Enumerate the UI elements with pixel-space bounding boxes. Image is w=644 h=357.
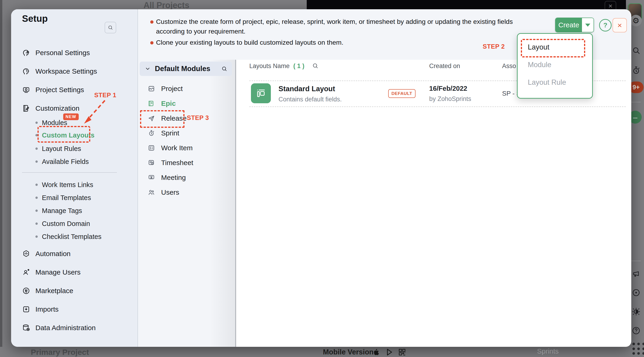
step3-dashed-box — [140, 110, 184, 128]
sidebar-item-label: Imports — [36, 305, 58, 313]
search-icon — [108, 25, 113, 30]
help-button[interactable]: ? — [599, 19, 612, 32]
module-item-label: Meeting — [161, 174, 186, 182]
module-item-timesheet[interactable]: Timesheet — [148, 157, 224, 168]
module-item-meeting[interactable]: Meeting — [148, 172, 224, 183]
megaphone-icon — [632, 269, 641, 278]
module-item-users[interactable]: Users — [148, 186, 224, 198]
search-icon[interactable] — [221, 66, 227, 72]
bullet-icon — [36, 184, 38, 186]
banner-bullet-icon — [150, 20, 154, 24]
module-item-project[interactable]: Project — [148, 83, 224, 94]
background-project-name: Primary Project — [31, 348, 89, 357]
step2-label: STEP 2 — [483, 43, 505, 50]
sidebar-subitem-manage-tags[interactable]: Manage Tags — [36, 206, 133, 216]
users-icon — [148, 189, 155, 196]
step1-dashed-box — [38, 126, 90, 142]
background-page-title: All Projects — [144, 0, 189, 10]
sidebar-item-workspace-settings[interactable]: Workspace Settings — [22, 65, 128, 77]
sidebar-item-label: Automation — [36, 250, 70, 258]
modal-close-button[interactable]: × — [612, 18, 627, 32]
default-modules-title: Default Modules — [155, 64, 210, 73]
layout-created-by: by ZohoSprints — [429, 96, 471, 102]
projector-icon — [22, 86, 30, 94]
sidebar-item-label: Customization — [36, 104, 80, 112]
background-sprints-ghost-label: Sprints — [537, 347, 558, 355]
help-circle-icon — [632, 326, 641, 335]
bullet-icon — [36, 236, 38, 238]
menu-item-layout[interactable]: Layout — [528, 42, 586, 52]
feedback-smiley-icon — [632, 288, 641, 297]
module-item-epic[interactable]: Epic — [148, 98, 224, 109]
sidebar-item-imports[interactable]: Imports — [22, 303, 128, 315]
setup-title: Setup — [22, 14, 48, 24]
sidebar-item-label: Project Settings — [36, 86, 84, 94]
sidebar-item-marketplace[interactable]: Marketplace — [22, 285, 128, 297]
bullet-icon — [36, 160, 38, 163]
google-play-icon — [385, 348, 394, 356]
book-pen-icon — [22, 104, 30, 112]
search-icon — [632, 46, 641, 55]
module-item-label: Epic — [161, 100, 176, 108]
sidebar-subitem-label: Custom Domain — [42, 220, 90, 228]
background-left-nav-strip — [0, 0, 2, 357]
sidebar-item-label: Personal Settings — [36, 49, 90, 57]
default-badge: DEFAULT — [388, 89, 416, 98]
module-item-label: Sprint — [161, 129, 179, 137]
create-dropdown-toggle[interactable] — [582, 18, 594, 32]
default-modules-header[interactable]: Default Modules — [140, 62, 232, 76]
sidebar-subitem-work-items-links[interactable]: Work Items Links — [36, 180, 133, 190]
screen: All Projects × Sprints Primary Project M… — [0, 0, 644, 357]
gear-icon: ⚙ — [630, 15, 642, 26]
sidebar-item-manage-users[interactable]: Manage Users — [22, 266, 128, 278]
sidebar-subitem-label: Email Templates — [42, 194, 91, 202]
create-button[interactable]: Create — [556, 18, 582, 32]
sidebar-subitem-available-fields[interactable]: Available Fields — [36, 156, 133, 167]
step1-label: STEP 1 — [94, 92, 116, 99]
table-divider — [249, 106, 626, 107]
sidebar-search-button[interactable] — [105, 22, 116, 33]
sidebar-subitem-label: Layout Rules — [42, 145, 81, 152]
import-icon — [22, 305, 30, 314]
module-item-label: Timesheet — [161, 159, 193, 167]
menu-item-module[interactable]: Module — [528, 60, 586, 70]
column-layouts-name: Layouts Name — [249, 62, 290, 70]
mobile-version-label: Mobile Version: — [323, 348, 376, 356]
sidebar-item-personal-settings[interactable]: Personal Settings — [22, 47, 128, 59]
step1-arrow-icon — [80, 99, 110, 128]
meeting-icon — [148, 174, 155, 181]
layout-name[interactable]: Standard Layout — [278, 85, 335, 93]
search-icon[interactable] — [312, 62, 318, 69]
sidebar-subitem-label: Modules — [42, 119, 67, 127]
sidebar-item-automation[interactable]: Automation — [22, 248, 128, 260]
module-item-sprint[interactable]: Sprint — [148, 127, 224, 139]
create-split-button[interactable]: Create — [555, 18, 594, 32]
layout-created-date: 16/Feb/2022 — [429, 85, 467, 92]
column-associated: Asso — [502, 62, 516, 70]
chevron-down-icon — [145, 66, 151, 72]
sidebar-item-data-administration[interactable]: Data Administration — [22, 322, 128, 334]
qr-code-icon — [398, 348, 406, 356]
setup-modal: Setup Personal Settings Workspace Settin… — [11, 9, 631, 347]
sidebar-subitem-label: Work Items Links — [42, 181, 93, 189]
sidebar-subitem-email-templates[interactable]: Email Templates — [36, 192, 133, 203]
layout-glyph-icon — [256, 88, 266, 99]
module-item-work-item[interactable]: Work Item — [148, 142, 224, 154]
sidebar-item-customization[interactable]: Customization — [22, 102, 128, 114]
sidebar-subitem-custom-domain[interactable]: Custom Domain — [36, 218, 133, 229]
bullet-icon — [36, 122, 38, 124]
timesheet-icon — [148, 159, 155, 166]
sidebar-subitem-label: Manage Tags — [42, 207, 82, 214]
sidebar-subitem-label: Available Fields — [42, 158, 89, 166]
bullet-icon — [36, 148, 38, 150]
menu-item-layout-rule[interactable]: Layout Rule — [528, 77, 586, 88]
database-icon — [22, 324, 30, 332]
layout-description: Contains default fields. — [278, 96, 342, 103]
sidebar-item-label: Workspace Settings — [36, 67, 97, 75]
epic-icon — [148, 100, 155, 107]
sidebar-subitem-checklist-templates[interactable]: Checklist Templates — [36, 232, 133, 242]
caret-down-icon — [585, 24, 590, 26]
person-sliders-icon — [22, 48, 30, 57]
sidebar-subitem-layout-rules[interactable]: Layout Rules — [36, 144, 133, 154]
bullet-icon — [36, 196, 38, 199]
